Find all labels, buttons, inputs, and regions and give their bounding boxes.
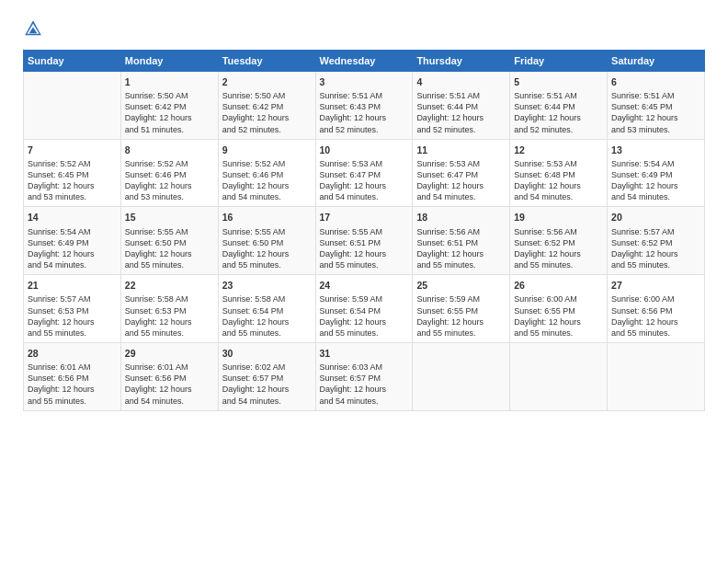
day-info-line: Sunrise: 5:51 AM <box>416 90 506 101</box>
day-info-line: Sunrise: 6:00 AM <box>611 293 700 304</box>
calendar-cell: 3Sunrise: 5:51 AMSunset: 6:43 PMDaylight… <box>315 72 413 140</box>
day-info-line: and 55 minutes. <box>28 327 117 339</box>
day-info-line: and 54 minutes. <box>222 396 312 407</box>
day-info-line: Sunset: 6:44 PM <box>416 101 506 112</box>
day-info-line: Sunset: 6:57 PM <box>222 373 312 384</box>
day-header-sunday: Sunday <box>24 51 121 72</box>
day-info-line: Sunset: 6:51 PM <box>320 237 409 248</box>
day-info-line: and 54 minutes. <box>611 191 700 202</box>
day-info-line: Sunset: 6:52 PM <box>514 237 603 248</box>
day-info-line: Sunrise: 5:53 AM <box>416 158 506 169</box>
day-number: 30 <box>222 347 312 360</box>
day-info-line: and 55 minutes. <box>222 327 312 339</box>
day-info-line: Daylight: 12 hours <box>320 112 409 123</box>
day-info-line: Sunrise: 5:54 AM <box>28 226 117 237</box>
day-number: 23 <box>222 279 312 292</box>
day-info-line: and 55 minutes. <box>320 259 409 270</box>
day-info-line: and 52 minutes. <box>514 124 603 135</box>
day-info-line: Daylight: 12 hours <box>222 112 312 123</box>
day-info-line: Sunrise: 5:59 AM <box>416 293 506 304</box>
day-info-line: Daylight: 12 hours <box>514 112 603 123</box>
day-info-line: and 55 minutes. <box>222 259 312 270</box>
calendar-cell: 14Sunrise: 5:54 AMSunset: 6:49 PMDayligh… <box>24 207 121 275</box>
day-info-line: Sunrise: 5:58 AM <box>222 293 312 304</box>
day-info-line: Daylight: 12 hours <box>514 180 603 191</box>
day-info-line: Sunset: 6:56 PM <box>28 373 117 384</box>
day-info-line: Sunset: 6:52 PM <box>611 237 700 248</box>
calendar-cell: 15Sunrise: 5:55 AMSunset: 6:50 PMDayligh… <box>120 207 218 275</box>
day-info-line: and 53 minutes. <box>611 124 700 135</box>
day-info-line: and 54 minutes. <box>28 259 117 270</box>
logo-icon <box>23 18 43 39</box>
day-info-line: Daylight: 12 hours <box>222 248 312 259</box>
calendar-cell: 6Sunrise: 5:51 AMSunset: 6:45 PMDaylight… <box>608 72 705 140</box>
day-info-line: Sunrise: 5:53 AM <box>514 158 603 169</box>
day-info-line: and 53 minutes. <box>125 191 214 202</box>
day-info-line: Sunrise: 6:03 AM <box>320 362 409 373</box>
day-info-line: Sunset: 6:57 PM <box>320 373 409 384</box>
day-number: 5 <box>514 75 603 88</box>
day-header-wednesday: Wednesday <box>315 51 413 72</box>
day-info-line: Sunrise: 5:50 AM <box>222 90 312 101</box>
day-info-line: Sunrise: 5:57 AM <box>28 293 117 304</box>
day-info-line: Daylight: 12 hours <box>611 316 700 327</box>
day-info-line: Daylight: 12 hours <box>222 316 312 327</box>
day-info-line: Sunrise: 5:51 AM <box>320 90 409 101</box>
calendar-cell: 13Sunrise: 5:54 AMSunset: 6:49 PMDayligh… <box>608 139 705 207</box>
day-number: 27 <box>611 279 700 292</box>
day-number: 9 <box>222 144 312 156</box>
day-info-line: Daylight: 12 hours <box>611 180 700 191</box>
calendar-cell: 2Sunrise: 5:50 AMSunset: 6:42 PMDaylight… <box>218 72 315 140</box>
calendar-cell: 4Sunrise: 5:51 AMSunset: 6:44 PMDaylight… <box>413 72 510 140</box>
day-number: 2 <box>222 75 312 88</box>
calendar-cell: 9Sunrise: 5:52 AMSunset: 6:46 PMDaylight… <box>218 139 315 207</box>
day-info-line: Sunrise: 5:50 AM <box>125 90 214 101</box>
day-info-line: and 55 minutes. <box>611 259 700 270</box>
day-info-line: Daylight: 12 hours <box>416 180 506 191</box>
calendar-cell: 7Sunrise: 5:52 AMSunset: 6:45 PMDaylight… <box>24 139 121 207</box>
day-number: 12 <box>514 144 603 156</box>
day-number: 29 <box>125 347 214 360</box>
day-info-line: Sunset: 6:56 PM <box>125 373 214 384</box>
day-info-line: Sunrise: 5:52 AM <box>125 158 214 169</box>
day-info-line: Sunset: 6:43 PM <box>320 101 409 112</box>
day-info-line: and 55 minutes. <box>125 259 214 270</box>
day-info-line: and 55 minutes. <box>416 259 506 270</box>
day-info-line: Sunrise: 5:56 AM <box>514 226 603 237</box>
calendar-cell: 31Sunrise: 6:03 AMSunset: 6:57 PMDayligh… <box>315 342 413 410</box>
calendar-cell: 24Sunrise: 5:59 AMSunset: 6:54 PMDayligh… <box>315 275 413 343</box>
day-number: 14 <box>28 211 117 224</box>
calendar-cell: 18Sunrise: 5:56 AMSunset: 6:51 PMDayligh… <box>413 207 510 275</box>
calendar-table: SundayMondayTuesdayWednesdayThursdayFrid… <box>23 50 705 411</box>
week-row-2: 7Sunrise: 5:52 AMSunset: 6:45 PMDaylight… <box>24 139 705 207</box>
page: SundayMondayTuesdayWednesdayThursdayFrid… <box>0 0 728 563</box>
day-number: 10 <box>320 144 409 156</box>
day-number: 18 <box>416 211 506 224</box>
week-row-3: 14Sunrise: 5:54 AMSunset: 6:49 PMDayligh… <box>24 207 705 275</box>
header-row: SundayMondayTuesdayWednesdayThursdayFrid… <box>24 51 705 72</box>
day-info-line: Sunset: 6:47 PM <box>320 169 409 180</box>
logo <box>23 18 47 39</box>
day-info-line: and 54 minutes. <box>125 396 214 407</box>
day-info-line: Daylight: 12 hours <box>28 248 117 259</box>
day-info-line: and 54 minutes. <box>320 396 409 407</box>
calendar-cell: 26Sunrise: 6:00 AMSunset: 6:55 PMDayligh… <box>510 275 608 343</box>
day-number: 11 <box>416 144 506 156</box>
day-info-line: Daylight: 12 hours <box>222 384 312 395</box>
day-number: 4 <box>416 75 506 88</box>
day-info-line: Daylight: 12 hours <box>320 180 409 191</box>
calendar-cell <box>608 342 705 410</box>
day-info-line: Sunrise: 5:55 AM <box>125 226 214 237</box>
calendar-cell: 28Sunrise: 6:01 AMSunset: 6:56 PMDayligh… <box>24 342 121 410</box>
day-number: 28 <box>28 347 117 360</box>
day-number: 31 <box>320 347 409 360</box>
day-info-line: Sunrise: 5:54 AM <box>611 158 700 169</box>
calendar-cell: 19Sunrise: 5:56 AMSunset: 6:52 PMDayligh… <box>510 207 608 275</box>
day-info-line: Sunrise: 5:52 AM <box>28 158 117 169</box>
day-info-line: Daylight: 12 hours <box>320 316 409 327</box>
day-number: 21 <box>28 279 117 292</box>
calendar-cell: 27Sunrise: 6:00 AMSunset: 6:56 PMDayligh… <box>608 275 705 343</box>
calendar-cell: 5Sunrise: 5:51 AMSunset: 6:44 PMDaylight… <box>510 72 608 140</box>
day-info-line: and 54 minutes. <box>222 191 312 202</box>
calendar-cell: 22Sunrise: 5:58 AMSunset: 6:53 PMDayligh… <box>120 275 218 343</box>
